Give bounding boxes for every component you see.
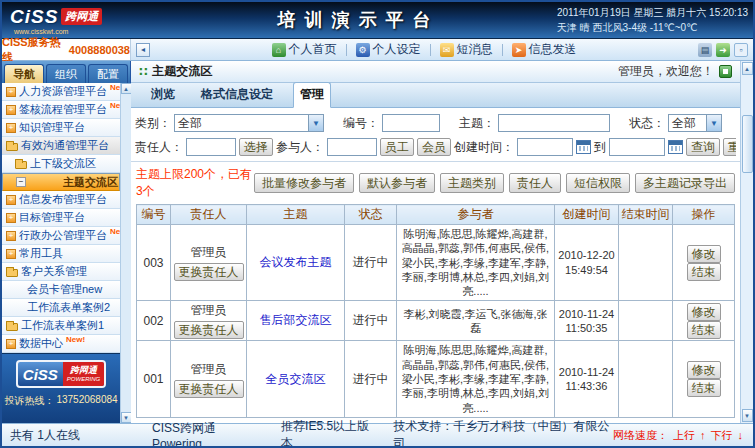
status-select[interactable]: 全部 ▼ [668, 114, 722, 132]
scroll-down-icon[interactable]: ▼ [121, 412, 132, 423]
reset-button[interactable]: 重置 [723, 138, 736, 156]
edit-button[interactable]: 修改 [687, 245, 721, 263]
action-button[interactable]: 主题类别 [440, 173, 504, 193]
category-value: 全部 [175, 115, 205, 132]
expand-plus-icon[interactable]: + [6, 195, 16, 205]
sidebar-item[interactable]: +信息发布管理平台 [2, 191, 120, 209]
folder-icon[interactable] [15, 161, 27, 169]
tab-format-settings[interactable]: 格式信息设定 [195, 83, 279, 107]
participant-input[interactable] [327, 138, 377, 156]
topic-link[interactable]: 售后部交流区 [260, 313, 332, 327]
sidebar-tab-nav[interactable]: 导航 [4, 64, 44, 83]
sidebar-item[interactable]: 工作流表单案例1 [2, 317, 120, 335]
expand-plus-icon[interactable]: + [6, 339, 16, 349]
number-input[interactable] [382, 114, 440, 132]
sidebar-item-label: 行政办公管理平台 [19, 228, 107, 243]
cell-participants: 陈明海,陈思思,陈耀烨,高建群,高晶晶,郭蕊,郭伟,何惠民,侯伟,梁小民,李彬,… [397, 225, 555, 301]
toolbar-item[interactable]: ✉短消息 [440, 41, 493, 58]
finish-button[interactable]: 结束 [687, 263, 721, 281]
created-to-input[interactable] [609, 138, 665, 156]
sidebar-item-label: 目标管理平台 [19, 210, 85, 225]
sidebar-item[interactable]: 会员卡管理new [2, 281, 120, 299]
tab-browse[interactable]: 浏览 [145, 83, 181, 107]
change-owner-button[interactable]: 更换责任人 [174, 380, 244, 398]
sidebar-item[interactable]: 有效沟通管理平台 [2, 137, 120, 155]
category-select[interactable]: 全部 ▼ [174, 114, 324, 132]
online-status-icon[interactable] [719, 65, 732, 78]
expand-plus-icon[interactable]: + [6, 231, 16, 241]
topic-input[interactable] [498, 114, 610, 132]
topic-link[interactable]: 全员交流区 [266, 372, 326, 386]
change-owner-button[interactable]: 更换责任人 [174, 263, 244, 281]
cell-status: 进行中 [345, 225, 397, 301]
send-icon: ➤ [512, 43, 526, 57]
finish-button[interactable]: 结束 [687, 379, 721, 397]
new-badge: New! [66, 335, 85, 345]
sidebar-item[interactable]: +人力资源管理平台New! [2, 83, 120, 101]
owner-input[interactable] [186, 138, 236, 156]
finish-button[interactable]: 结束 [687, 321, 721, 339]
report-icon[interactable]: ▤ [698, 43, 712, 57]
folder-icon[interactable] [6, 143, 18, 151]
sidebar-item[interactable]: +签核流程管理平台New! [2, 101, 120, 119]
folder-icon[interactable] [6, 269, 18, 277]
scroll-up-icon[interactable]: ▲ [121, 83, 132, 94]
scrollbar-track[interactable] [742, 75, 753, 409]
topic-link[interactable]: 会议发布主题 [260, 255, 332, 269]
table-row: 002管理员更换责任人售后部交流区进行中李彬,刘晓霞,李运飞,张德海,张磊201… [137, 301, 735, 341]
sidebar-scrollbar[interactable]: ▲ ▼ [120, 83, 131, 423]
created-from-input[interactable] [517, 138, 573, 156]
search-button[interactable]: 查询 [686, 138, 720, 156]
sidebar-item-label: 知识管理平台 [19, 120, 85, 135]
change-owner-button[interactable]: 更换责任人 [174, 321, 244, 339]
online-count: 共有 1人在线 [2, 427, 152, 444]
main-scrollbar[interactable]: ▲ ▼ [740, 61, 753, 423]
calendar-icon[interactable] [668, 140, 683, 154]
sidebar-item[interactable]: +行政办公管理平台New! [2, 227, 120, 245]
action-button[interactable]: 默认参与者 [359, 173, 435, 193]
calendar-icon[interactable] [576, 140, 591, 154]
edit-button[interactable]: 修改 [687, 303, 721, 321]
sidebar-item[interactable]: −主题交流区 [2, 173, 120, 191]
sidebar-tab-org[interactable]: 组织 [46, 64, 86, 83]
expand-plus-icon[interactable]: + [6, 87, 16, 97]
collapse-minus-icon[interactable]: − [16, 177, 26, 187]
action-button[interactable]: 多主题记录导出 [635, 173, 735, 193]
logout-icon[interactable]: ➜ [716, 43, 730, 57]
scrollbar-thumb[interactable] [742, 115, 753, 173]
scroll-down-icon[interactable]: ▼ [742, 409, 753, 422]
new-badge: New! [110, 83, 120, 93]
expand-plus-icon[interactable]: + [6, 249, 16, 259]
created-date: 2010-12-20 [557, 248, 616, 262]
action-button[interactable]: 短信权限 [566, 173, 630, 193]
toolbar-item[interactable]: ⌂个人首页 [272, 41, 337, 58]
toolbar-item[interactable]: ➤信息发送 [512, 41, 577, 58]
tab-manage[interactable]: 管理 [293, 82, 331, 108]
action-button[interactable]: 批量修改参与者 [254, 173, 354, 193]
expand-plus-icon[interactable]: + [6, 123, 16, 133]
sidebar-tab-config[interactable]: 配置 [88, 64, 128, 83]
action-button[interactable]: 责任人 [509, 173, 561, 193]
minimize-icon[interactable]: ▫ [734, 43, 748, 57]
expand-plus-icon[interactable]: + [6, 213, 16, 223]
expand-plus-icon[interactable]: + [6, 105, 16, 115]
sidebar-item[interactable]: 上下级交流区 [2, 155, 120, 173]
sidebar-item[interactable]: +数据中心New! [2, 335, 120, 353]
sidebar-item[interactable]: +目标管理平台 [2, 209, 120, 227]
sidebar-item[interactable]: +常用工具 [2, 245, 120, 263]
staff-button[interactable]: 员工 [380, 138, 414, 156]
choose-owner-button[interactable]: 选择 [239, 138, 273, 156]
edit-button[interactable]: 修改 [687, 361, 721, 379]
collapse-sidebar-button[interactable]: ◂ [136, 43, 150, 57]
sidebar-item[interactable]: 工作流表单案例2 [2, 299, 120, 317]
ciss-logo[interactable]: CiSS 跨网通 www.cisskwt.com [2, 2, 160, 38]
toolbar-item[interactable]: ⚙个人设定 [356, 41, 421, 58]
new-badge: New! [110, 227, 120, 237]
member-button[interactable]: 会员 [417, 138, 451, 156]
folder-icon[interactable] [6, 323, 18, 331]
sidebar-item-label: 工作流表单案例1 [21, 318, 104, 333]
sidebar-item[interactable]: +知识管理平台 [2, 119, 120, 137]
scroll-up-icon[interactable]: ▲ [742, 62, 753, 75]
sidebar-item[interactable]: 客户关系管理 [2, 263, 120, 281]
actions-bar: 主题上限200个，已有3个 批量修改参与者默认参与者主题类别责任人短信权限多主题… [131, 162, 740, 203]
